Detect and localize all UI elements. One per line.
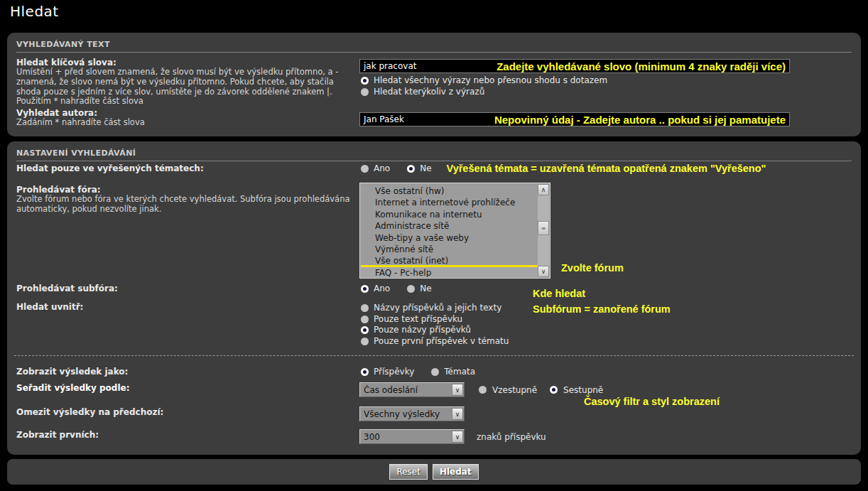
keywords-description: Umístění + před slovem znamená, že slovo… [16,68,356,107]
annotation-choose-forum: Zvolte fórum [561,262,624,274]
within-option-titles-only[interactable]: Pouze názvy příspěvků [361,325,471,335]
keywords-description-text2: Použitím * nahradíte část slova [16,96,143,106]
radio-label-posts: Příspěvky [374,367,414,377]
radio-label: Hledat všechny výrazy nebo přesnou shodu… [374,75,607,85]
forum-option[interactable]: Internet a internetové prohlížeče [361,197,538,208]
radio-icon[interactable] [361,304,369,312]
sort-label: Seřadit výsledky podle: [16,383,130,393]
radio-icon[interactable] [361,326,369,334]
forum-option-highlighted[interactable]: FAQ - Pc-help [361,267,538,277]
keywords-option-any-term[interactable]: Hledat kterýkoliv z výrazů [361,87,484,97]
radio-label: Pouze první příspěvek v tématu [374,336,509,346]
panel-footer: Reset Hledat [7,459,861,485]
first-chars-select-value: 300 [360,432,452,442]
author-input-value: Jan Pašek [364,114,404,124]
radio-label: Pouze text příspěvku [374,314,462,324]
panel-search-settings: NASTAVENÍ VYHLEDÁVÁNÍ Hledat pouze ve vy… [7,141,861,455]
keywords-option-all-terms[interactable]: Hledat všechny výrazy nebo přesnou shodu… [361,75,607,85]
forums-listbox[interactable]: Vše ostatní (hw) Internet a internetové … [359,183,550,279]
radio-icon-asc[interactable] [479,386,487,394]
limit-label: Omezit výsledky na předchozí: [16,407,163,417]
keywords-input[interactable]: jak pracovat Zadejte vyhledávané slovo (… [359,59,790,73]
search-button[interactable]: Hledat [433,464,479,480]
annotation-subforum-def: Subfórum = zanořené fórum [533,303,671,315]
chevron-down-icon[interactable]: ∨ [452,384,463,396]
radio-icon[interactable] [361,338,369,345]
author-label: Vyhledat autora: [16,108,97,118]
forums-list: Vše ostatní (hw) Internet a internetové … [361,184,538,277]
annotation-solved: Vyřešená témata = uzavřená témata opatře… [447,163,766,174]
radio-label: Pouze názvy příspěvků [374,325,471,335]
chevron-down-icon[interactable]: ∨ [452,431,463,443]
radio-label-asc: Vzestupně [492,385,537,395]
subforums-label: Prohledávat subfóra: [16,284,118,293]
forum-option[interactable]: Administrace sítě [361,220,538,232]
annotation-time-filter: Časový filtr a styl zobrazení [584,396,720,407]
sort-select[interactable]: Čas odeslání ∨ [359,382,465,397]
radio-label-ne: Ne [420,284,431,293]
first-chars-suffix: znaků příspěvku [477,432,546,442]
subforums-radio-group: Ano Ne [361,284,432,293]
within-label: Hledat uvnitř: [16,302,83,312]
forum-option[interactable]: Vše ostatní (hw) [361,185,538,197]
display-as-label: Zobrazit výsledek jako: [16,367,128,377]
scroll-up-icon[interactable]: ∧ [538,184,549,195]
keywords-input-value: jak pracovat [364,61,416,71]
radio-icon-ano[interactable] [361,165,369,173]
scrollbar-thumb[interactable]: ≡ [538,221,549,235]
first-chars-label: Zobrazit prvních: [16,430,99,440]
dashed-divider [14,355,854,356]
radio-icon-ano[interactable] [361,285,369,293]
radio-icon-desc[interactable] [550,386,558,394]
first-chars-row: 300 ∨ znaků příspěvku [359,429,546,444]
radio-icon[interactable] [361,315,369,323]
radio-label: Názvy příspěvků a jejich texty [374,303,501,313]
solved-radio-group: Ano Ne Vyřešená témata = uzavřená témata… [361,163,766,174]
radio-icon[interactable] [361,88,369,96]
limit-select[interactable]: Všechny výsledky ∨ [359,406,465,421]
sort-select-value: Čas odeslání [360,385,452,395]
forums-label: Prohledávat fóra: [16,185,101,195]
limit-row: Všechny výsledky ∨ [359,406,465,421]
chevron-down-icon[interactable]: ∨ [452,408,463,420]
solved-label: Hledat pouze ve vyřešených tématech: [16,163,204,173]
author-description: Zadáním * nahradíte část slova [16,118,356,128]
sort-row: Čas odeslání ∨ Vzestupně Sestupně [359,382,603,397]
display-as-radio-group: Příspěvky Témata [361,367,475,377]
radio-icon-topics[interactable] [431,368,439,376]
panel-searched-text: VYHLEDÁVANÝ TEXT Hledat klíčová slova: U… [7,33,861,136]
radio-icon-ne[interactable] [407,165,415,173]
page-title: Hledat [10,3,59,20]
radio-label: Hledat kterýkoliv z výrazů [374,87,484,97]
radio-label-ne: Ne [420,163,431,173]
within-option-titles-texts[interactable]: Názvy příspěvků a jejich texty [361,303,501,313]
forum-option[interactable]: Výměnné sítě [361,244,538,255]
annotation-author: Nepovinný údaj - Zadejte autora .. pokud… [494,114,786,126]
forums-description: Zvolte fórum nebo fóra ve kterých chcete… [16,195,350,215]
section-rule [16,161,852,161]
limit-select-value: Všechny výsledky [360,409,452,419]
author-input[interactable]: Jan Pašek Nepovinný údaj - Zadejte autor… [359,112,790,126]
section-rule [16,52,852,53]
annotation-where-search: Kde hledat [533,288,585,299]
section-title-searched-text: VYHLEDÁVANÝ TEXT [16,40,110,49]
first-chars-select[interactable]: 300 ∨ [359,429,465,444]
annotation-keywords: Zadejte vyhledávané slovo (minimum 4 zna… [497,60,786,72]
radio-icon-ne[interactable] [407,285,415,293]
forum-option[interactable]: Vše ostatní (inet) [361,255,538,266]
radio-label-desc: Sestupně [563,385,603,395]
forum-option[interactable]: Komunikace na internetu [361,209,538,220]
keywords-label: Hledat klíčová slova: [16,58,116,68]
radio-icon-posts[interactable] [361,368,369,376]
reset-button[interactable]: Reset [389,464,428,480]
forum-option[interactable]: Web-tipy a vaše weby [361,232,538,244]
within-option-first-post[interactable]: Pouze první příspěvek v tématu [361,336,509,346]
radio-label-topics: Témata [444,367,475,377]
search-page: Hledat VYHLEDÁVANÝ TEXT Hledat klíčová s… [0,0,868,491]
listbox-scrollbar[interactable]: ∧ ≡ ∨ [538,184,549,277]
scroll-down-icon[interactable]: ∨ [538,266,549,277]
radio-label-ano: Ano [374,284,390,293]
radio-icon[interactable] [361,77,369,85]
within-option-text-only[interactable]: Pouze text příspěvku [361,314,462,324]
section-title-search-settings: NASTAVENÍ VYHLEDÁVÁNÍ [16,149,136,158]
